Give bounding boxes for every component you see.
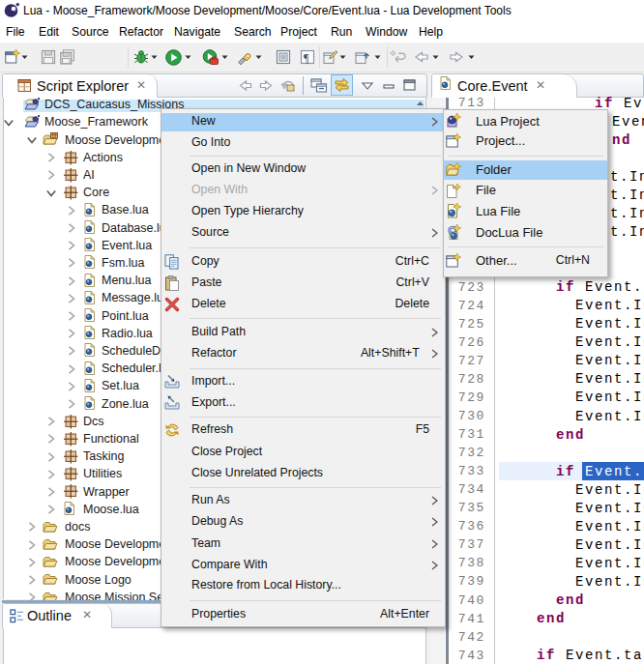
svg-text:¶: ¶	[304, 51, 309, 65]
